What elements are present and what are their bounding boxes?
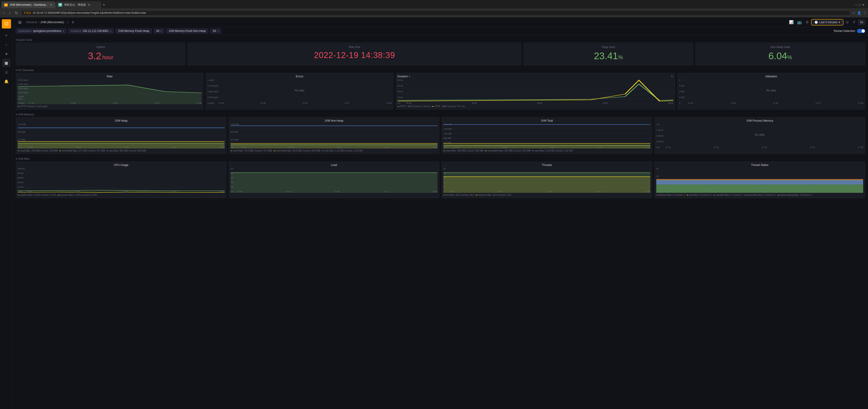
process-y-labels: 1 B 0.750 B 0.500 B 0.250 B 0 B [656,123,665,149]
heap-filter[interactable]: JVM Memory Pools Heap [116,28,152,33]
dur-y5: 0 s [398,102,406,104]
star-dashboard-icon[interactable]: ☆ [66,21,69,24]
sidebar-item-explore[interactable]: ◎ [2,68,10,76]
grafana-logo[interactable]: ⬡ [2,19,11,28]
maximize-btn[interactable]: □ [859,3,861,7]
cpu-y-labels: 100.0% 80.0% 60.0% 40.0% 20.0% 0.0% [18,167,26,193]
cpu-x1: 17:44 [26,190,32,193]
thread-states-chart-area: 15 10 5 0 17:44 17:45 17:46 17:47 17:48 [656,167,863,193]
duration-chart-area: 80 ms 60 ms 40 ms 20 ms 0 s 20:00 00:00 … [398,79,673,104]
refresh-interval-select[interactable]: 5s [858,20,865,25]
tab-grafana[interactable]: G JVM (Micrometer) - Dashboar... ✕ [1,1,55,8]
sidebar-item-search[interactable]: ⌕ [2,40,10,49]
sidebar-item-starred[interactable]: ★ [2,50,10,58]
nav-bar: ‹ › ↻ 不安全 14.18.43.72:3000/d/8FcE0yc4k/j… [0,8,868,18]
rate-y5: 0.0500 ops/s [18,95,29,100]
utilisation-panel: Utilisation 1 0.750 0.500 0.250 0 No dat… [677,73,865,110]
sidebar-item-alerting[interactable]: 🔔 [2,77,10,85]
nonheap-filter[interactable]: JVM Memory Pools Non-Heap [166,28,208,33]
heap-used-dot [18,151,20,151]
heap-used-legend: used Max: 230 MiB Current: 230 MiB [20,149,58,152]
tab-favicon: G [4,3,8,6]
tab-close-btn[interactable]: ✕ [50,3,53,7]
heap-used-number: 23.41 [594,51,618,62]
cpu-system-dot [18,195,20,195]
tv-mode-btn[interactable]: 📺 [796,19,803,25]
nh-y3: 477 MiB [230,138,241,141]
zoom-out-btn[interactable]: ⊖ [845,19,849,25]
errors-y5: 0 ops/s [208,102,219,104]
jvm-memory-section[interactable]: ▾ JVM Memory [16,112,865,117]
heap-legend-max: max Max: 982 MiB Current: 982 MiB [106,149,146,152]
minimize-btn[interactable]: ─ [855,3,858,7]
load-x-labels: 17:44 17:45 17:46 17:47 17:48 [237,190,437,193]
tot-max-legend: max Max: 2.19 GiB Current: 2.19 GiB [534,149,573,152]
nonheap-all-filter[interactable]: All ▾ [210,28,221,33]
tab-close-btn2[interactable]: ✕ [88,3,91,7]
rate-y2: 0.200 ops/s [18,83,29,85]
errors-panel: Errors 1 ops/s 0.750 ops/s 0.500 ops/s 0… [206,73,394,110]
refresh-btn[interactable]: ↺ [851,19,856,25]
load-x1: 17:44 [237,190,242,193]
back-btn[interactable]: ‹ [2,10,6,15]
instance-filter[interactable]: Instance 106.12.112.136:8081 ▾ [68,28,114,33]
graph-view-btn[interactable]: 📊 [788,19,795,25]
clock-icon: 🕐 [814,21,818,24]
menu-icon[interactable]: ⋮ [863,11,866,15]
bookmark-icon[interactable]: ☆ [852,11,856,15]
profile-icon[interactable]: 👤 [857,11,861,15]
errors-y1: 1 ops/s [208,79,219,81]
proc-x4: 17:47 [810,146,815,149]
sidebar-item-menu[interactable]: ≡ [2,31,10,39]
settings-btn[interactable]: ⚙ [805,19,810,25]
jvm-total-svg [443,123,650,149]
threads-chart-area: 25 20 15 10 5 0 17:44 17:45 17:46 17:47 [443,167,650,193]
application-dropdown-icon: ▾ [63,30,64,32]
load-title: Load [230,163,437,167]
errors-chart-area: 1 ops/s 0.750 ops/s 0.500 ops/s 0.250 op… [208,79,392,104]
proc-y2: 0.750 B [656,129,665,131]
thr-live-dot [443,195,445,195]
close-btn[interactable]: ✕ [862,3,865,7]
reload-btn[interactable]: ↻ [13,10,19,15]
forward-btn[interactable]: › [7,10,11,15]
duration-refresh[interactable]: ↻ [671,75,673,78]
tab-blog[interactable]: 博 博客后台 - 博客园 ✕ [55,1,101,8]
sidebar: ⬡ ≡ ⌕ ★ ▦ ◎ 🔔 [0,18,13,409]
util-chart-area: 1 0.750 0.500 0.250 0 No data 17:44 17:4… [679,79,863,104]
svg-marker-53 [656,180,863,180]
start-time-panel: Start time 2022-12-19 14:38:39 [187,42,522,65]
uptime-panel: Uptime 3.2 hour [16,42,186,65]
new-tab-btn[interactable]: + [103,2,105,7]
jvm-misc-section[interactable]: ▾ JVM Misc [16,156,865,161]
util-x-labels: 17:44 17:45 17:46 17:47 17:48 [688,102,863,104]
ts-y2: 10 [656,175,661,178]
io-section[interactable]: ▾ I/O Overview [16,67,865,73]
thread-states-x-labels: 17:44 17:45 17:46 17:47 17:48 [661,190,863,193]
rate-y1: 0.250 ops/s [18,79,29,81]
time-picker-btn[interactable]: 🕐 Last 5 minutes ▾ [811,20,843,25]
dur-max-label: HTTP - MAX Current: 74.7 ms [434,105,465,108]
util-y-labels: 1 0.750 0.500 0.250 0 [679,79,688,104]
cpu-legend-system: system Max: 2.81% Current: 2.11% [18,194,56,196]
jvm-heap-title: JVM Heap [18,119,224,122]
ts-timedwaiting-label: timed-waiting Max: 3 Current: 3 [780,194,812,196]
ts-y1: 15 [656,167,661,170]
restart-detection-toggle[interactable] [857,29,865,33]
share-icon[interactable]: ⬆ [72,21,74,24]
errors-x5: 17:48 [386,102,392,104]
address-bar[interactable]: 不安全 14.18.43.72:3000/d/8FcE0yc4k/jvm-mic… [21,10,850,16]
io-section-label: ▾ I/O Overview [16,69,34,72]
heap-all-filter[interactable]: All ▾ [154,28,164,33]
heap-x2: 17:45 [76,146,81,149]
sidebar-item-dashboards[interactable]: ▦ [2,59,10,67]
load-y3: 1.5 [230,177,237,179]
thr-y4: 10 [443,181,448,184]
heap-dropdown-icon: ▾ [160,30,162,32]
breadcrumb-root[interactable]: General [26,21,37,24]
quick-facts-section[interactable]: ▾ Quick Facts [16,37,865,42]
application-filter[interactable]: Application springboot-prometheus ▾ [16,28,66,33]
nonheap-used-number: 6.04 [768,51,787,62]
dur-x1: 20:00 [406,102,411,104]
duration-dropdown[interactable]: ▾ [409,75,410,78]
